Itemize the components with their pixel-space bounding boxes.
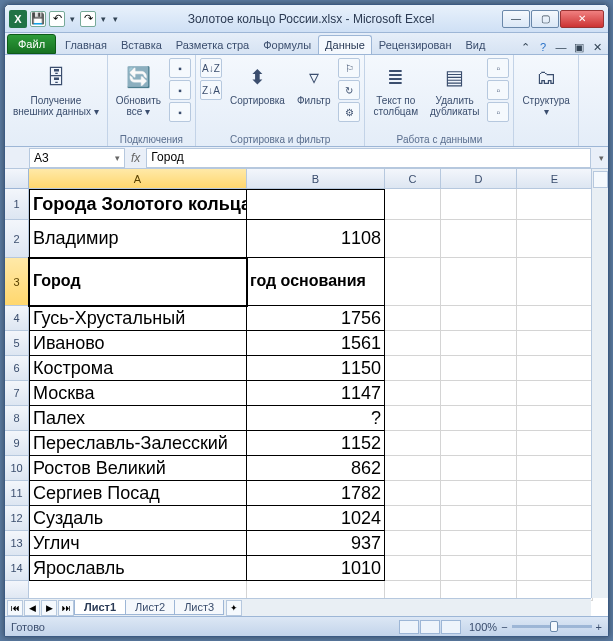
cell-E9[interactable] [517,431,593,456]
cell-B11[interactable]: 1782 [247,481,385,506]
doc-restore-icon[interactable]: ▣ [572,40,586,54]
select-all-corner[interactable] [5,169,29,189]
cell-B1[interactable] [247,189,385,220]
ribbon-tab-1[interactable]: Вставка [114,35,169,54]
cell-D11[interactable] [441,481,517,506]
ribbon-tab-5[interactable]: Рецензирован [372,35,459,54]
page-layout-view-button[interactable] [420,620,440,634]
cell-C1[interactable] [385,189,441,220]
sort-za-button[interactable]: Z↓A [200,80,222,100]
cell-E4[interactable] [517,306,593,331]
zoom-level[interactable]: 100% [469,621,497,633]
qat-customize-icon[interactable]: ▾ [111,14,120,24]
cell-A5[interactable]: Иваново [29,331,247,356]
row-header-5[interactable]: 5 [5,331,29,356]
cell-A4[interactable]: Гусь-Хрустальный [29,306,247,331]
zoom-in-button[interactable]: + [596,621,602,633]
cell-A10[interactable]: Ростов Великий [29,456,247,481]
tab-nav-last-icon[interactable]: ⏭ [58,600,74,616]
minimize-button[interactable]: — [502,10,530,28]
cell-E14[interactable] [517,556,593,581]
formula-bar[interactable]: Город [146,148,591,168]
cell-B3[interactable]: год основания [247,258,385,306]
ribbon-tab-6[interactable]: Вид [459,35,493,54]
cell-D2[interactable] [441,220,517,258]
cell-D6[interactable] [441,356,517,381]
sort-az-button[interactable]: A↓Z [200,58,222,78]
maximize-button[interactable]: ▢ [531,10,559,28]
doc-minimize-icon[interactable]: — [554,40,568,54]
cell-B5[interactable]: 1561 [247,331,385,356]
row-header-1[interactable]: 1 [5,189,29,220]
cell-B9[interactable]: 1152 [247,431,385,456]
filter-opt-1[interactable]: ↻ [338,80,360,100]
row-header-3[interactable]: 3 [5,258,29,306]
cell-E2[interactable] [517,220,593,258]
row-header-6[interactable]: 6 [5,356,29,381]
cell-D1[interactable] [441,189,517,220]
filter-opt-0[interactable]: ⚐ [338,58,360,78]
file-tab[interactable]: Файл [7,34,56,54]
col-header-D[interactable]: D [441,169,517,189]
row-header-11[interactable]: 11 [5,481,29,506]
cell-D14[interactable] [441,556,517,581]
cell-E12[interactable] [517,506,593,531]
sheet-tab-2[interactable]: Лист3 [174,600,224,615]
row-header-10[interactable]: 10 [5,456,29,481]
sheet-tab-0[interactable]: Лист1 [74,600,126,615]
doc-close-icon[interactable]: ✕ [590,40,604,54]
cell-C13[interactable] [385,531,441,556]
cell-B10[interactable]: 862 [247,456,385,481]
cell-A8[interactable]: Палех [29,406,247,431]
cell-A9[interactable]: Переславль-Залесский [29,431,247,456]
filter-opt-2[interactable]: ⚙ [338,102,360,122]
cell-B8[interactable]: ? [247,406,385,431]
ribbon-tab-4[interactable]: Данные [318,35,372,54]
cell-C3[interactable] [385,258,441,306]
normal-view-button[interactable] [399,620,419,634]
conn-opt-2[interactable]: ▪ [169,102,191,122]
row-header-14[interactable]: 14 [5,556,29,581]
cell-E3[interactable] [517,258,593,306]
cell-C14[interactable] [385,556,441,581]
cell-D4[interactable] [441,306,517,331]
spreadsheet-grid[interactable]: ABCDE1Города Золотого кольца Poccии2Влад… [5,169,608,601]
cell-A3[interactable]: Город [29,258,247,306]
row-header-13[interactable]: 13 [5,531,29,556]
redo-dropdown-icon[interactable]: ▾ [99,14,108,24]
cell-D9[interactable] [441,431,517,456]
row-header-9[interactable]: 9 [5,431,29,456]
cell-E6[interactable] [517,356,593,381]
col-header-C[interactable]: C [385,169,441,189]
row-header-12[interactable]: 12 [5,506,29,531]
row-header-8[interactable]: 8 [5,406,29,431]
cell-A6[interactable]: Кострома [29,356,247,381]
cell-E5[interactable] [517,331,593,356]
zoom-slider[interactable] [512,625,592,628]
cell-C10[interactable] [385,456,441,481]
cell-D13[interactable] [441,531,517,556]
cell-C5[interactable] [385,331,441,356]
help-icon[interactable]: ? [536,40,550,54]
cell-B7[interactable]: 1147 [247,381,385,406]
cell-A14[interactable]: Ярославль [29,556,247,581]
cell-A7[interactable]: Москва [29,381,247,406]
cell-C4[interactable] [385,306,441,331]
conn-opt-0[interactable]: ▪ [169,58,191,78]
zoom-out-button[interactable]: − [501,621,507,633]
save-icon[interactable]: 💾 [30,11,46,27]
cell-D10[interactable] [441,456,517,481]
row-header-7[interactable]: 7 [5,381,29,406]
cell-E10[interactable] [517,456,593,481]
cell-E8[interactable] [517,406,593,431]
txtcol-button[interactable]: ≣Текст постолбцам [369,58,422,120]
struct-button[interactable]: 🗂Структура▾ [518,58,573,120]
minimize-ribbon-icon[interactable]: ⌃ [518,40,532,54]
undo-icon[interactable]: ↶ [49,11,65,27]
page-break-view-button[interactable] [441,620,461,634]
cell-D3[interactable] [441,258,517,306]
cell-B6[interactable]: 1150 [247,356,385,381]
cell-B4[interactable]: 1756 [247,306,385,331]
cell-C11[interactable] [385,481,441,506]
cell-E7[interactable] [517,381,593,406]
